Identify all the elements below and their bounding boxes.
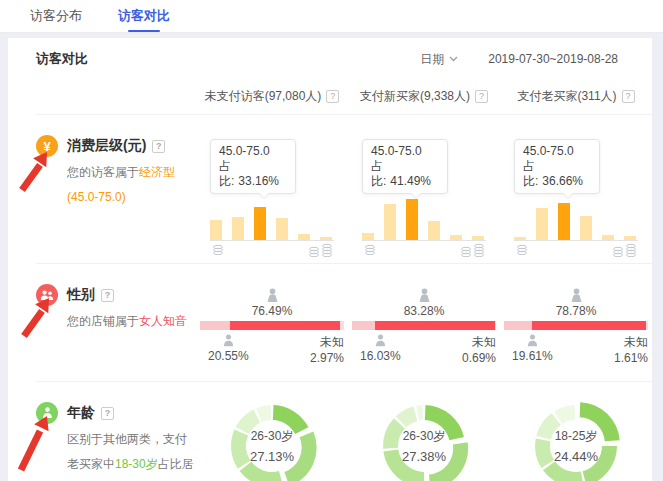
help-icon[interactable]: ? <box>101 407 114 420</box>
row-gender: 性别 ? 您的店铺属于女人知音 76.49% <box>8 264 652 381</box>
column-header-new-buyers: 支付新买家(9,338人) ? <box>348 88 500 105</box>
row-title: 消费层级(元) <box>67 137 146 155</box>
consumption-label-cell: ¥ 消费层级(元) ? 您的访客属于经济型(45.0-75.0) <box>36 115 196 263</box>
unknown-block: 未知 1.61% <box>614 334 648 366</box>
help-icon[interactable]: ? <box>326 90 339 103</box>
column-header-unpaid: 未支付访客(97,080人) ? <box>196 88 348 105</box>
unknown-percentage: 1.61% <box>614 350 648 366</box>
bar-tooltip: 45.0-75.0 占比:41.49% <box>362 139 448 194</box>
coin-low-icon <box>212 243 224 255</box>
row-consumption-level: ¥ 消费层级(元) ? 您的访客属于经济型(45.0-75.0) 45.0-75… <box>8 115 652 263</box>
card-header: 访客对比 日期 2019-07-30~2019-08-28 <box>8 38 652 72</box>
chevron-down-icon <box>449 56 458 62</box>
coin-low-icon <box>364 243 376 255</box>
age-cell-unpaid: 26-30岁 27.13% <box>196 382 348 481</box>
unknown-segment <box>340 321 344 330</box>
male-segment <box>200 321 230 330</box>
male-percentage: 19.61% <box>512 349 553 363</box>
help-icon[interactable]: ? <box>101 289 114 302</box>
help-icon[interactable]: ? <box>622 90 635 103</box>
male-icon <box>222 334 235 347</box>
female-percentage: 83.28% <box>404 304 445 318</box>
column-header-old-buyers: 支付老买家(311人) ? <box>500 88 652 105</box>
header-right: 日期 2019-07-30~2019-08-28 <box>420 51 632 68</box>
row-title: 性别 <box>67 286 95 304</box>
gender-cell-old-buyers: 78.78% 19.61% 未知 <box>500 264 652 381</box>
gender-stacked-bar <box>504 321 648 330</box>
top-tab-bar: 访客分布 访客对比 <box>0 0 663 33</box>
gender-stacked-bar <box>200 321 344 330</box>
coins-high-icon <box>612 243 638 257</box>
tab-visitor-distribution[interactable]: 访客分布 <box>30 0 82 32</box>
male-icon <box>374 334 387 347</box>
age-cell-old-buyers: 18-25岁 24.44% <box>500 382 652 481</box>
person-icon <box>36 402 58 424</box>
gender-chart[interactable]: 78.78% 19.61% 未知 <box>504 288 648 366</box>
gender-chart[interactable]: 83.28% 16.03% 未知 <box>352 288 496 366</box>
consumption-cell-old-buyers: 45.0-75.0 占比:36.66% <box>500 115 652 263</box>
gender-stacked-bar <box>352 321 496 330</box>
female-percentage: 76.49% <box>252 304 293 318</box>
donut-center-label: 26-30岁 27.13% <box>224 398 320 481</box>
consumption-bar-chart[interactable] <box>210 197 334 241</box>
consumption-bar-chart[interactable] <box>514 197 638 241</box>
tab-visitor-comparison[interactable]: 访客对比 <box>118 0 170 32</box>
help-icon[interactable]: ? <box>475 90 488 103</box>
male-percentage: 20.55% <box>208 349 249 363</box>
female-icon <box>417 288 432 303</box>
female-segment <box>532 321 645 330</box>
male-segment <box>352 321 375 330</box>
female-segment <box>230 321 340 330</box>
male-icon <box>526 334 539 347</box>
male-percentage: 16.03% <box>360 349 401 363</box>
donut-center-label: 18-25岁 24.44% <box>528 398 624 481</box>
unknown-percentage: 2.97% <box>310 350 344 366</box>
date-dropdown[interactable]: 日期 <box>420 51 458 68</box>
coin-low-icon <box>516 243 528 255</box>
column-header-row: 未支付访客(97,080人) ? 支付新买家(9,338人) ? 支付老买家(3… <box>8 78 652 114</box>
date-dropdown-label: 日期 <box>420 51 444 68</box>
yen-icon: ¥ <box>36 135 58 157</box>
consumption-cell-new-buyers: 45.0-75.0 占比:41.49% <box>348 115 500 263</box>
coins-high-icon <box>308 243 334 257</box>
bar-tooltip: 45.0-75.0 占比:33.16% <box>210 139 296 194</box>
visitor-comparison-card: 访客对比 日期 2019-07-30~2019-08-28 未支付访客(97,0… <box>8 38 652 481</box>
help-icon[interactable]: ? <box>152 140 165 153</box>
unknown-block: 未知 0.69% <box>462 334 496 366</box>
unknown-segment <box>646 321 648 330</box>
row-title: 年龄 <box>67 404 95 422</box>
gender-cell-unpaid: 76.49% 20.55% 未知 <box>196 264 348 381</box>
donut-center-label: 26-30岁 27.38% <box>376 398 472 481</box>
date-range-select[interactable]: 2019-07-30~2019-08-28 <box>488 52 632 66</box>
age-cell-new-buyers: 26-30岁 27.38% <box>348 382 500 481</box>
gender-label-cell: 性别 ? 您的店铺属于女人知音 <box>36 264 196 381</box>
female-icon <box>569 288 584 303</box>
price-axis-icons <box>362 243 486 257</box>
row-age: 年龄 ? 区别于其他两类，支付老买家中18-30岁占比居多 26-30岁 27.… <box>8 382 652 481</box>
consumption-bar-chart[interactable] <box>362 197 486 241</box>
price-axis-icons <box>514 243 638 257</box>
unknown-block: 未知 2.97% <box>310 334 344 366</box>
coins-high-icon <box>460 243 486 257</box>
consumption-cell-unpaid: 45.0-75.0 占比:33.16% <box>196 115 348 263</box>
female-percentage: 78.78% <box>556 304 597 318</box>
people-icon <box>36 284 58 306</box>
female-icon <box>265 288 280 303</box>
price-axis-icons <box>210 243 334 257</box>
page-title: 访客对比 <box>36 50 88 68</box>
age-label-cell: 年龄 ? 区别于其他两类，支付老买家中18-30岁占比居多 <box>36 382 196 481</box>
unknown-percentage: 0.69% <box>462 350 496 366</box>
gender-chart[interactable]: 76.49% 20.55% 未知 <box>200 288 344 366</box>
gender-cell-new-buyers: 83.28% 16.03% 未知 <box>348 264 500 381</box>
bar-tooltip: 45.0-75.0 占比:36.66% <box>514 139 600 194</box>
unknown-segment <box>495 321 496 330</box>
age-description: 区别于其他两类，支付老买家中18-30岁占比居多 <box>67 427 195 481</box>
female-segment <box>375 321 495 330</box>
consumption-description: 您的访客属于经济型(45.0-75.0) <box>67 160 195 210</box>
male-segment <box>504 321 532 330</box>
gender-description: 您的店铺属于女人知音 <box>67 309 195 334</box>
